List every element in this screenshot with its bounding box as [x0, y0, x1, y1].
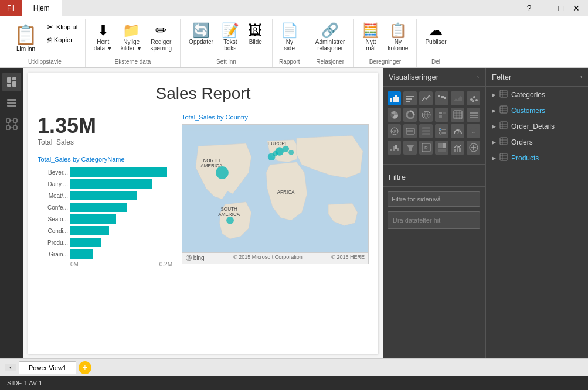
- sidebar-icon-report[interactable]: [2, 73, 21, 91]
- image-button[interactable]: 🖼 Bilde: [244, 21, 267, 47]
- bar-fill: [70, 226, 109, 235]
- bar-label: Confe...: [38, 204, 68, 211]
- file-menu-button[interactable]: Fil: [0, 0, 22, 16]
- window-controls: ? — □ ✕: [524, 2, 588, 14]
- field-item[interactable]: ▶ Products: [486, 150, 588, 166]
- viz-icon-area[interactable]: [451, 91, 464, 105]
- viz-icon-combo[interactable]: [451, 141, 464, 155]
- viz-panel-chevron[interactable]: ›: [477, 74, 479, 80]
- viz-icon-scatter[interactable]: [467, 91, 480, 105]
- field-name-label: Products: [511, 154, 539, 162]
- help-button[interactable]: ?: [524, 2, 535, 14]
- image-label: Bilde: [249, 39, 262, 45]
- bar-chart-row: Grain...: [38, 249, 172, 259]
- minimize-button[interactable]: —: [538, 2, 553, 14]
- filter-page-label: Filtre for sidenivå: [392, 196, 476, 203]
- svg-rect-87: [454, 149, 456, 152]
- tab-scroll-left[interactable]: ‹: [5, 364, 16, 371]
- svg-rect-1: [12, 77, 16, 80]
- viz-icon-kpi[interactable]: KPI: [388, 124, 401, 138]
- viz-icon-treemap[interactable]: [435, 141, 448, 155]
- new-measure-button[interactable]: 🧮 Nyttmål: [358, 21, 383, 54]
- ribbon-group-calculations: 🧮 Nyttmål 📋 Nykolonne Beregninger: [354, 19, 417, 67]
- viz-icon-map[interactable]: [419, 108, 433, 122]
- viz-icon-slicer[interactable]: [435, 124, 448, 138]
- add-tab-button[interactable]: +: [79, 361, 91, 374]
- fields-panel: Felter › ▶ Categories▶ Customers▶ Order_…: [485, 68, 588, 358]
- refresh-button[interactable]: 🔄 Oppdater: [185, 21, 217, 47]
- field-table-icon: [499, 105, 508, 115]
- viz-icon-gauge[interactable]: [451, 124, 464, 138]
- recent-sources-button[interactable]: 📁 Nyligekilder ▼: [117, 21, 146, 54]
- svg-point-42: [470, 98, 473, 101]
- viz-icon-import[interactable]: [467, 141, 480, 155]
- manage-relations-icon: 🔗: [321, 23, 339, 37]
- clipboard-group-label: Utklippstavle: [28, 57, 62, 67]
- bar-track: [70, 226, 172, 235]
- new-column-button[interactable]: 📋 Nykolonne: [384, 21, 412, 54]
- fields-panel-chevron[interactable]: ›: [580, 74, 582, 80]
- field-item[interactable]: ▶ Order_Details: [486, 118, 588, 134]
- filter-page-box: Filtre for sidenivå: [388, 191, 480, 207]
- svg-rect-2: [7, 84, 11, 87]
- edit-query-icon: ✏: [155, 23, 167, 37]
- svg-text:KPI: KPI: [391, 129, 397, 134]
- bar-chart-row: Produ...: [38, 238, 172, 247]
- cut-button[interactable]: ✂ Klipp ut: [45, 21, 80, 33]
- viz-icon-multirow-card[interactable]: [419, 124, 433, 138]
- edit-query-button[interactable]: ✏ Redigerspørring: [147, 21, 175, 54]
- svg-rect-7: [6, 119, 10, 122]
- filter-drop-zone[interactable]: Dra datafelter hit: [388, 211, 480, 229]
- tab-power-view1[interactable]: Power View1: [19, 361, 76, 374]
- textbox-button[interactable]: 📝 Tekstboks: [218, 21, 243, 54]
- copy-button[interactable]: ⎘ Kopier: [45, 34, 80, 46]
- field-item[interactable]: ▶ Categories: [486, 87, 588, 102]
- viz-icon-stacked-bar[interactable]: [435, 91, 448, 105]
- viz-icon-donut[interactable]: [403, 108, 417, 122]
- viz-icon-card[interactable]: [403, 124, 417, 138]
- close-button[interactable]: ✕: [569, 2, 583, 14]
- sidebar-icon-data[interactable]: [2, 94, 21, 112]
- bar-label: Dairy ...: [38, 181, 68, 187]
- viz-icon-r-script[interactable]: R: [419, 141, 433, 155]
- bar-axis-end: 0.2M: [159, 261, 172, 268]
- maximize-button[interactable]: □: [555, 2, 567, 14]
- fields-list: ▶ Categories▶ Customers▶ Order_Details▶ …: [486, 87, 588, 166]
- svg-point-43: [473, 96, 475, 98]
- fields-panel-label: Felter: [492, 73, 511, 81]
- viz-icon-filled-map[interactable]: [435, 108, 448, 122]
- new-measure-icon: 🧮: [362, 23, 379, 37]
- map-container: NORTH AMERICA EUROPE AFRICA SOUTH AMERIC…: [182, 124, 369, 253]
- paste-button[interactable]: 📋 Lim inn: [9, 21, 42, 54]
- viz-icon-table[interactable]: [451, 108, 464, 122]
- svg-rect-10: [13, 126, 17, 129]
- viz-icon-column[interactable]: [403, 91, 417, 105]
- viz-icon-matrix[interactable]: [467, 108, 480, 122]
- here-copyright: © 2015 HERE: [331, 254, 365, 262]
- viz-icon-waterfall[interactable]: [388, 141, 401, 155]
- bar-track: [70, 203, 172, 212]
- home-tab[interactable]: Hjem: [22, 0, 62, 16]
- viz-icon-funnel[interactable]: [403, 141, 417, 155]
- viz-icon-custom[interactable]: ...: [467, 124, 480, 138]
- field-item[interactable]: ▶ Customers: [486, 102, 588, 118]
- field-item[interactable]: ▶ Orders: [486, 134, 588, 150]
- svg-text:NORTH: NORTH: [203, 158, 220, 163]
- publish-button[interactable]: ☁ Publiser: [422, 21, 450, 47]
- svg-point-71: [440, 129, 441, 130]
- viz-icon-pie[interactable]: [388, 108, 401, 122]
- new-page-button[interactable]: 📄 Nyside: [277, 21, 302, 54]
- new-page-label: Nyside: [284, 39, 295, 52]
- manage-relations-button[interactable]: 🔗 Administrerrelasjoner: [312, 21, 349, 54]
- viz-icon-bar[interactable]: [388, 91, 401, 105]
- svg-text:EUROPE: EUROPE: [268, 141, 288, 146]
- viz-icon-line[interactable]: [419, 91, 433, 105]
- sidebar-icon-model[interactable]: [2, 115, 21, 134]
- new-column-icon: 📋: [389, 23, 407, 37]
- filters-section: Filtre Filtre for sidenivå Dra datafelte…: [383, 164, 485, 229]
- svg-rect-33: [406, 96, 414, 97]
- manage-relations-label: Administrerrelasjoner: [315, 39, 345, 52]
- get-data-button[interactable]: ⬇ Hentdata ▼: [90, 21, 116, 54]
- bar-chart-row: Condi...: [38, 226, 172, 235]
- svg-rect-69: [422, 133, 430, 135]
